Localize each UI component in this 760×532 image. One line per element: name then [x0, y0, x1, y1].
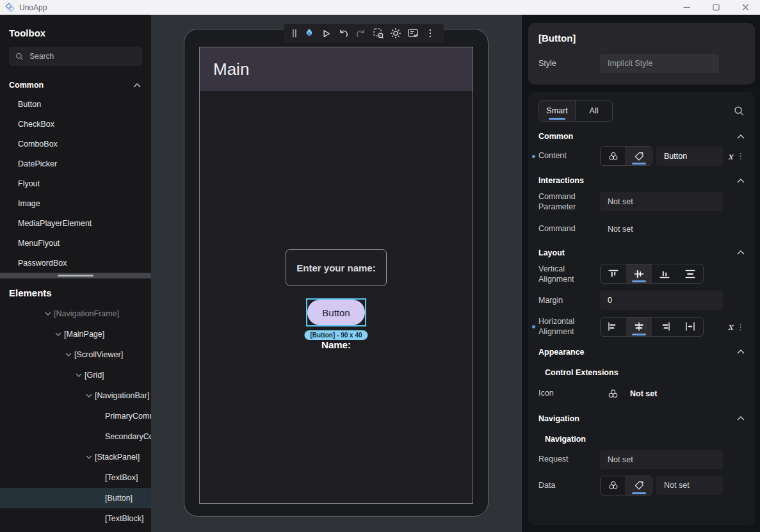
chevron-down-icon[interactable]	[42, 312, 54, 316]
tag-mode-button[interactable]	[626, 476, 652, 495]
panel-splitter[interactable]	[0, 273, 151, 278]
toolbox-item-flyout[interactable]: Flyout	[0, 173, 151, 193]
valign-stretch-button[interactable]	[677, 264, 703, 283]
toolbox-item-menuflyout[interactable]: MenuFlyout	[0, 233, 151, 253]
style-input[interactable]: Implicit Style	[600, 54, 719, 73]
design-canvas: Main Enter your name: Button [Button] - …	[151, 15, 522, 532]
preview-name-label[interactable]: Name:	[321, 339, 351, 350]
chevron-down-icon[interactable]	[73, 373, 85, 377]
horizontal-alignment-label: Horizontal Alignment	[538, 316, 600, 337]
inspector-tab-group: Smart All	[538, 100, 613, 122]
content-input[interactable]: Button	[656, 147, 723, 166]
tab-smart[interactable]: Smart	[539, 101, 576, 121]
hot-reload-button[interactable]	[300, 24, 318, 43]
toolbox-item-checkbox[interactable]: CheckBox	[0, 114, 151, 134]
redo-button[interactable]	[352, 24, 369, 43]
tree-item-label: [ScrollViewer]	[74, 350, 123, 359]
icon-value[interactable]: Not set	[630, 389, 657, 398]
kebab-icon[interactable]: ⋮	[736, 322, 745, 332]
inspector-search-button[interactable]	[734, 106, 745, 117]
toolbox-item-combobox[interactable]: ComboBox	[0, 134, 151, 154]
maximize-button[interactable]	[701, 0, 731, 15]
command-parameter-input[interactable]: Not set	[600, 192, 723, 211]
command-parameter-value: Not set	[608, 197, 633, 206]
toolbox-item-label: MenuFlyout	[18, 239, 60, 248]
toolbox-item-datepicker[interactable]: DatePicker	[0, 154, 151, 173]
chevron-down-icon[interactable]	[83, 394, 95, 398]
toolbox-section-common[interactable]: Common	[0, 76, 151, 94]
horizontal-alignment-row: Horizontal Alignment	[538, 316, 745, 337]
valign-bottom-button[interactable]	[652, 264, 677, 283]
tree-item-scrollviewer[interactable]: [ScrollViewer]	[0, 344, 151, 365]
toolbox-item-passwordbox[interactable]: PasswordBox	[0, 253, 151, 273]
panel-check-button[interactable]	[404, 24, 421, 43]
margin-value: 0	[608, 296, 612, 305]
toolbox-item-button[interactable]: Button	[0, 94, 151, 114]
command-row: Command Not set	[538, 222, 745, 237]
more-menu-button[interactable]	[421, 24, 439, 43]
selection-outline: Button	[306, 298, 366, 326]
tree-item-label: [MainPage]	[64, 330, 104, 339]
tree-item-secondarycommands[interactable]: SecondaryCo	[0, 426, 151, 447]
element-picker-button[interactable]	[369, 24, 387, 43]
binding-mode-button[interactable]	[601, 147, 626, 165]
kebab-icon[interactable]: ⋮	[736, 151, 745, 161]
undo-button[interactable]	[335, 24, 352, 43]
toolbox-item-mediaplayerelement[interactable]: MediaPlayerElement	[0, 213, 151, 233]
tree-item-textbox[interactable]: [TextBox]	[0, 467, 151, 488]
margin-row: Margin 0	[538, 291, 745, 310]
minimize-button[interactable]	[672, 0, 701, 15]
section-appearance[interactable]: Appearance	[538, 348, 745, 357]
command-value[interactable]: Not set	[608, 225, 633, 234]
designer-toolbar	[284, 24, 444, 43]
section-common[interactable]: Common	[538, 132, 745, 141]
play-button[interactable]	[318, 24, 335, 43]
content-editor-toggle	[600, 146, 652, 166]
tree-item-navigationframe[interactable]: [NavigationFrame]	[0, 303, 151, 324]
theme-toggle-button[interactable]	[387, 24, 404, 43]
vertical-alignment-row: Vertical Alignment	[538, 264, 745, 285]
request-input[interactable]: Not set	[600, 450, 723, 469]
binding-icon[interactable]	[608, 389, 619, 399]
section-title: Layout	[538, 248, 565, 257]
tree-item-grid[interactable]: [Grid]	[0, 365, 151, 385]
valign-top-button[interactable]	[601, 264, 626, 283]
tree-item-mainpage[interactable]: [MainPage]	[0, 324, 151, 344]
halign-right-button[interactable]	[652, 318, 677, 336]
search-icon	[734, 106, 745, 117]
valign-center-button[interactable]	[626, 264, 652, 283]
halign-stretch-button[interactable]	[677, 318, 703, 336]
chevron-down-icon[interactable]	[53, 332, 64, 336]
tree-item-stackpanel[interactable]: [StackPanel]	[0, 447, 151, 467]
data-input[interactable]: Not set	[656, 476, 723, 495]
tree-item-primarycommands[interactable]: PrimaryComm	[0, 406, 151, 426]
formula-icon[interactable]: x	[728, 321, 733, 332]
command-parameter-row: Command Parameter Not set	[538, 191, 745, 213]
align-bottom-icon	[659, 270, 670, 278]
halign-center-button[interactable]	[626, 318, 652, 336]
section-navigation[interactable]: Navigation	[538, 414, 745, 423]
elements-title: Elements	[0, 278, 151, 303]
binding-mode-button[interactable]	[601, 476, 626, 495]
toolbox-item-image[interactable]: Image	[0, 193, 151, 213]
section-interactions[interactable]: Interactions	[538, 176, 745, 185]
preview-textbox[interactable]: Enter your name:	[286, 249, 387, 286]
section-layout[interactable]: Layout	[538, 248, 745, 257]
inspector-tabs-row: Smart All	[538, 92, 745, 122]
chevron-down-icon[interactable]	[63, 353, 74, 357]
toolbar-drag-handle[interactable]	[289, 24, 300, 43]
margin-input[interactable]: 0	[600, 291, 723, 310]
chevron-down-icon[interactable]	[83, 455, 95, 459]
drag-handle-icon	[291, 28, 298, 38]
tab-all[interactable]: All	[576, 101, 612, 121]
tree-item-navigationbar[interactable]: [NavigationBar]	[0, 385, 151, 406]
formula-icon[interactable]: x	[728, 151, 733, 161]
tag-mode-button[interactable]	[626, 147, 652, 165]
tree-item-textblock[interactable]: [TextBlock]	[0, 508, 151, 529]
toolbox-search[interactable]	[9, 47, 142, 66]
tree-item-button-selected[interactable]: [Button]	[0, 488, 151, 508]
search-input[interactable]	[29, 52, 136, 61]
preview-button[interactable]: Button	[307, 300, 365, 325]
halign-left-button[interactable]	[601, 318, 626, 336]
close-button[interactable]	[731, 0, 760, 15]
